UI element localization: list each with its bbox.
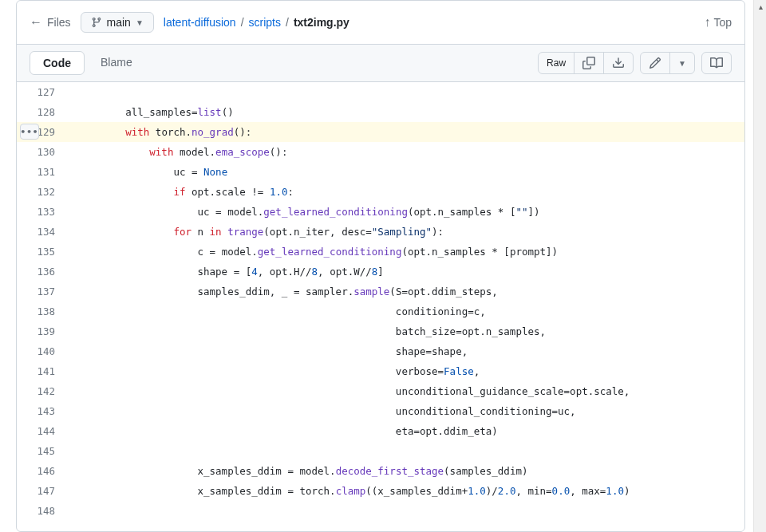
line-number[interactable]: 134 (17, 222, 66, 242)
tab-blame[interactable]: Blame (88, 51, 145, 75)
line-number[interactable]: 147 (17, 481, 66, 501)
arrow-up-icon: ↑ (704, 16, 710, 29)
line-number[interactable]: 133 (17, 202, 66, 222)
line-number[interactable]: 142 (17, 381, 66, 401)
line-number[interactable]: 139 (17, 321, 66, 341)
code-content: with torch.no_grad(): (66, 122, 744, 142)
scroll-up-icon[interactable]: ▴ (754, 0, 766, 13)
code-line[interactable]: 142 unconditional_guidance_scale=opt.sca… (17, 381, 744, 401)
code-line[interactable]: 136 shape = [4, opt.H//8, opt.W//8] (17, 262, 744, 282)
pencil-icon (649, 57, 661, 69)
line-number[interactable]: 127 (17, 82, 66, 102)
code-content: batch_size=opt.n_samples, (66, 321, 744, 341)
branch-name: main (107, 16, 131, 29)
code-line[interactable]: 133 uc = model.get_learned_conditioning(… (17, 202, 744, 222)
code-content: unconditional_guidance_scale=opt.scale, (66, 381, 744, 401)
line-number[interactable]: 128 (17, 102, 66, 122)
line-number[interactable]: 144 (17, 421, 66, 441)
line-number[interactable]: 130 (17, 142, 66, 162)
breadcrumb-root[interactable]: latent-diffusion (164, 16, 236, 29)
code-content: verbose=False, (66, 361, 744, 381)
file-panel: ← Files main ▼ latent-diffusion / script… (16, 0, 745, 532)
code-line[interactable]: 143 unconditional_conditioning=uc, (17, 401, 744, 421)
code-line[interactable]: 139 batch_size=opt.n_samples, (17, 321, 744, 341)
code-line[interactable]: 141 verbose=False, (17, 361, 744, 381)
code-line[interactable]: 131 uc = None (17, 162, 744, 182)
line-number[interactable]: 138 (17, 301, 66, 321)
symbols-icon (710, 57, 723, 69)
code-content: eta=opt.ddim_eta) (66, 421, 744, 441)
file-toolbar: Code Blame Raw (17, 45, 744, 82)
code-line[interactable]: 140 shape=shape, (17, 341, 744, 361)
edit-button[interactable] (641, 53, 670, 73)
code-line[interactable]: 135 c = model.get_learned_conditioning(o… (17, 242, 744, 262)
view-tabs: Code Blame (30, 51, 145, 75)
files-label: Files (47, 16, 71, 29)
line-number[interactable]: 132 (17, 182, 66, 202)
code-line[interactable]: 146 x_samples_ddim = model.decode_first_… (17, 461, 744, 481)
code-content: x_samples_ddim = model.decode_first_stag… (66, 461, 744, 481)
symbols-button[interactable] (702, 53, 731, 73)
line-number[interactable]: 136 (17, 262, 66, 282)
line-number[interactable]: 145 (17, 441, 66, 461)
line-number[interactable]: 146 (17, 461, 66, 481)
line-number[interactable]: 143 (17, 401, 66, 421)
top-label: Top (713, 16, 732, 29)
chevron-down-icon: ▼ (136, 18, 144, 27)
git-branch-icon (91, 17, 102, 28)
code-content: x_samples_ddim = torch.clamp((x_samples_… (66, 481, 744, 501)
code-content: uc = model.get_learned_conditioning(opt.… (66, 202, 744, 222)
breadcrumb: latent-diffusion / scripts / txt2img.py (164, 16, 349, 29)
breadcrumb-sep: / (282, 16, 292, 29)
raw-button[interactable]: Raw (539, 53, 574, 73)
line-number[interactable]: 141 (17, 361, 66, 381)
line-number[interactable]: 148 (17, 501, 66, 521)
code-content: if opt.scale != 1.0: (66, 182, 744, 202)
download-icon (612, 57, 625, 69)
breadcrumb-scripts[interactable]: scripts (249, 16, 281, 29)
back-to-files-button[interactable]: ← Files (30, 16, 71, 29)
code-line[interactable]: 132 if opt.scale != 1.0: (17, 182, 744, 202)
code-content: uc = None (66, 162, 744, 182)
tab-code[interactable]: Code (30, 51, 85, 75)
code-content: unconditional_conditioning=uc, (66, 401, 744, 421)
code-content: with model.ema_scope(): (66, 142, 744, 162)
branch-selector[interactable]: main ▼ (81, 12, 154, 33)
code-viewer[interactable]: 127128 all_samples=list()129 with torch.… (17, 82, 744, 521)
code-line[interactable]: 134 for n in trange(opt.n_iter, desc="Sa… (17, 222, 744, 242)
line-number[interactable]: 131 (17, 162, 66, 182)
code-content: for n in trange(opt.n_iter, desc="Sampli… (66, 222, 744, 242)
copy-button[interactable] (574, 53, 604, 73)
code-line[interactable]: 144 eta=opt.ddim_eta) (17, 421, 744, 441)
code-line[interactable]: 137 samples_ddim, _ = sampler.sample(S=o… (17, 282, 744, 301)
code-line[interactable]: 147 x_samples_ddim = torch.clamp((x_samp… (17, 481, 744, 501)
line-actions-button[interactable]: ••• (20, 124, 39, 140)
arrow-left-icon: ← (30, 16, 42, 29)
code-content: shape = [4, opt.H//8, opt.W//8] (66, 262, 744, 282)
line-number[interactable]: 135 (17, 242, 66, 262)
page-scrollbar[interactable]: ▴ (753, 0, 766, 532)
line-number[interactable]: 140 (17, 341, 66, 361)
code-content: all_samples=list() (66, 102, 744, 122)
code-line[interactable]: 145 (17, 441, 744, 461)
code-content: shape=shape, (66, 341, 744, 361)
edit-group: ▼ (640, 52, 695, 74)
code-content: conditioning=c, (66, 301, 744, 321)
code-content: c = model.get_learned_conditioning(opt.n… (66, 242, 744, 262)
code-line[interactable]: 128 all_samples=list() (17, 102, 744, 122)
scroll-to-top-button[interactable]: ↑ Top (704, 16, 732, 29)
breadcrumb-sep: / (238, 16, 247, 29)
download-button[interactable] (604, 53, 633, 73)
symbols-group (701, 52, 732, 74)
file-header: ← Files main ▼ latent-diffusion / script… (17, 1, 744, 45)
code-line[interactable]: 138 conditioning=c, (17, 301, 744, 321)
code-line[interactable]: 130 with model.ema_scope(): (17, 142, 744, 162)
code-line[interactable]: 129 with torch.no_grad(): (17, 122, 744, 142)
breadcrumb-current: txt2img.py (294, 16, 349, 29)
code-line[interactable]: 127 (17, 82, 744, 102)
code-line[interactable]: 148 (17, 501, 744, 521)
edit-dropdown[interactable]: ▼ (670, 53, 694, 73)
raw-group: Raw (538, 52, 634, 74)
line-number[interactable]: 137 (17, 282, 66, 301)
copy-icon (582, 57, 595, 69)
